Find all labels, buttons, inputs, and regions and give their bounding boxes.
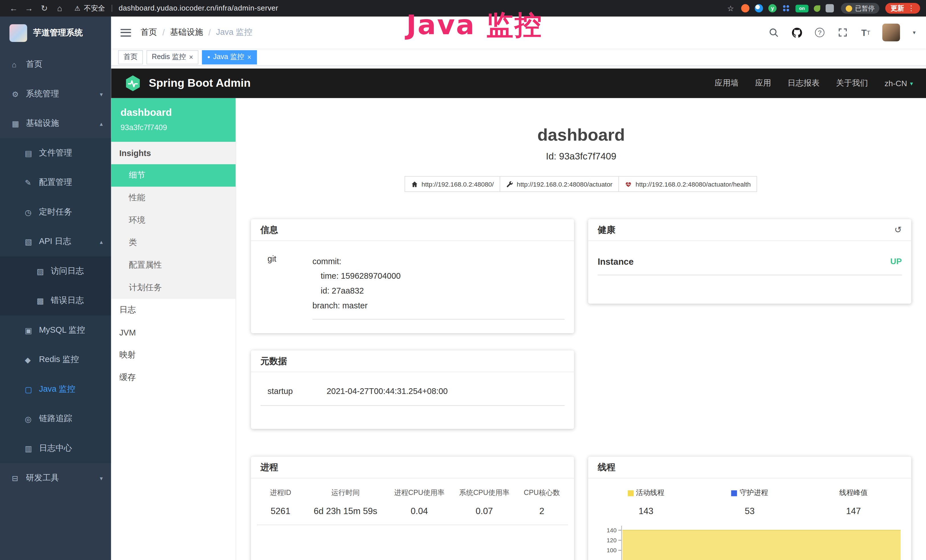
- sidebar-item-access-log[interactable]: ▨ 访问日志: [0, 256, 111, 286]
- url-text[interactable]: dashboard.yudao.iocoder.cn/infra/admin-s…: [119, 4, 278, 12]
- sba-menu-mappings[interactable]: 映射: [111, 344, 236, 366]
- sidebar-item-java-monitor[interactable]: ▢ Java 监控: [0, 375, 111, 404]
- sba-menu-metrics[interactable]: 性能: [111, 186, 236, 209]
- history-icon[interactable]: ↺: [894, 224, 902, 235]
- sba-locale-select[interactable]: zh-CN ▾: [884, 79, 913, 88]
- sba-menu-logfile[interactable]: 日志: [111, 299, 236, 321]
- sidebar-item-redis-monitor[interactable]: ◆ Redis 监控: [0, 345, 111, 375]
- back-icon[interactable]: ←: [6, 3, 21, 13]
- close-icon[interactable]: ×: [189, 53, 194, 61]
- sidebar-item-label: 研发工具: [26, 473, 59, 483]
- forward-icon[interactable]: →: [21, 3, 37, 13]
- threads-legend-active: 活动线程: [628, 488, 664, 498]
- font-size-icon[interactable]: TT: [859, 26, 872, 39]
- avatar-caret-icon[interactable]: ▼: [912, 30, 916, 35]
- sidebar-item-config-manage[interactable]: ✎ 配置管理: [0, 168, 111, 197]
- sba-nav-wallboard[interactable]: 应用墙: [715, 78, 738, 88]
- breadcrumb-current: Java 监控: [216, 27, 252, 38]
- github-icon[interactable]: [790, 26, 803, 39]
- breadcrumb-home[interactable]: 首页: [141, 27, 157, 38]
- info-line-id: id: 27aa832: [312, 283, 564, 298]
- sidebar-item-file-manage[interactable]: ▤ 文件管理: [0, 138, 111, 168]
- process-table: 进程ID 运行时间 进程CPU使用率 系统CPU使用率 CPU核心数 5261 …: [251, 478, 574, 525]
- switch-on-extension-icon[interactable]: on: [795, 5, 808, 12]
- process-header-uptime: 运行时间: [331, 488, 360, 498]
- sba-nav-applications[interactable]: 应用: [755, 78, 771, 88]
- health-instance-label: Instance: [598, 256, 634, 266]
- tab-java-monitor[interactable]: ● Java 监控 ×: [202, 50, 257, 64]
- user-avatar[interactable]: [882, 24, 900, 41]
- sidebar-item-home[interactable]: ⌂ 首页: [0, 50, 111, 79]
- sba-menu-configprops[interactable]: 配置属性: [111, 254, 236, 277]
- tags-view-bar: 首页 Redis 监控 × ● Java 监控 ×: [111, 48, 926, 66]
- sidebar-item-log-center[interactable]: ▥ 日志中心: [0, 434, 111, 463]
- search-icon[interactable]: [767, 26, 780, 39]
- health-url-link[interactable]: http://192.168.0.2:48080/actuator/health: [618, 176, 757, 192]
- sidebar-item-trace[interactable]: ◎ 链路追踪: [0, 404, 111, 434]
- tab-home[interactable]: 首页: [118, 50, 143, 64]
- tab-label: 首页: [124, 52, 138, 62]
- sidebar-item-label: 文件管理: [39, 148, 72, 158]
- actuator-url: http://192.168.0.2:48080/actuator: [517, 180, 613, 188]
- cards-grid: 信息 git commit: time: 1596289704000 id: 2…: [236, 219, 926, 560]
- chrome-menu-icon[interactable]: ⋮: [908, 4, 915, 12]
- address-bar[interactable]: ⚠ 不安全 dashboard.yudao.iocoder.cn/infra/a…: [74, 3, 278, 13]
- instance-title: dashboard: [236, 124, 926, 145]
- sidebar-item-label: MySQL 监控: [39, 325, 85, 336]
- info-key: git: [260, 254, 312, 319]
- sba-menu-details[interactable]: 细节: [111, 164, 236, 187]
- health-card-title: 健康: [598, 224, 616, 235]
- spring-boot-admin-frame: Spring Boot Admin 应用墙 应用 日志报表 关于我们 zh-CN…: [111, 66, 926, 560]
- cards-left-column: 信息 git commit: time: 1596289704000 id: 2…: [251, 219, 574, 560]
- sba-instance-block[interactable]: dashboard 93a3fc7f7409: [111, 98, 236, 142]
- sba-menu-jvm[interactable]: JVM: [111, 321, 236, 344]
- service-url-link[interactable]: http://192.168.0.2:48080/: [404, 176, 500, 192]
- sba-nav-about[interactable]: 关于我们: [836, 78, 868, 88]
- breadcrumb: 首页 / 基础设施 / Java 监控: [141, 27, 253, 38]
- sba-menu-caches[interactable]: 缓存: [111, 366, 236, 389]
- green-extension-icon[interactable]: y: [768, 4, 776, 12]
- health-row[interactable]: Instance UP: [598, 256, 902, 275]
- fox-extension-icon[interactable]: [741, 4, 749, 12]
- heart-pulse-icon: [625, 180, 632, 188]
- smiley-icon: [846, 5, 852, 12]
- sidebar-item-dev-tools[interactable]: ⊟ 研发工具 ▾: [0, 463, 111, 493]
- help-icon[interactable]: ?: [813, 26, 826, 39]
- browser-home-icon[interactable]: ⌂: [52, 3, 67, 13]
- active-tab-dot: ●: [207, 55, 210, 60]
- sba-nav-journal[interactable]: 日志报表: [788, 78, 820, 88]
- tab-redis-monitor[interactable]: Redis 监控 ×: [147, 50, 198, 64]
- close-icon[interactable]: ×: [247, 53, 251, 61]
- sidebar-item-mysql-monitor[interactable]: ▣ MySQL 监控: [0, 316, 111, 345]
- sidebar-item-system[interactable]: ⚙ 系统管理 ▾: [0, 79, 111, 109]
- sidebar-item-infra[interactable]: ▦ 基础设施 ▴: [0, 109, 111, 138]
- process-header-process-cpu: 进程CPU使用率: [394, 488, 445, 498]
- sidebar-item-scheduled-jobs[interactable]: ◷ 定时任务: [0, 197, 111, 227]
- puzzle-extensions-icon[interactable]: [826, 4, 834, 12]
- sidebar-item-error-log[interactable]: ▩ 错误日志: [0, 286, 111, 316]
- grid-extension-icon[interactable]: [782, 4, 790, 12]
- app-logo-row[interactable]: 芋道管理系统: [0, 17, 111, 50]
- drop-extension-icon[interactable]: [755, 4, 763, 12]
- cards-right-column: 健康 ↺ Instance UP 线程: [589, 219, 911, 560]
- bookmark-star-icon[interactable]: ☆: [727, 4, 734, 12]
- tools-menu-icon: ⊟: [12, 474, 26, 483]
- sba-menu-scheduledtasks[interactable]: 计划任务: [111, 277, 236, 299]
- home-icon: [411, 180, 418, 188]
- sba-menu-env[interactable]: 环境: [111, 209, 236, 232]
- leaf-extension-icon[interactable]: [814, 5, 820, 12]
- sba-locale-value: zh-CN: [884, 79, 907, 88]
- sidebar-item-api-log[interactable]: ▧ API 日志 ▴: [0, 227, 111, 256]
- reload-icon[interactable]: ↻: [36, 3, 52, 13]
- sidebar-item-label: 首页: [26, 59, 42, 70]
- fullscreen-icon[interactable]: [836, 26, 849, 39]
- paused-badge[interactable]: 已暂停: [841, 3, 879, 14]
- sba-menu-classes[interactable]: 类: [111, 232, 236, 254]
- actuator-url-link[interactable]: http://192.168.0.2:48080/actuator: [500, 176, 619, 192]
- process-value-system-cpu: 0.07: [476, 506, 493, 516]
- hamburger-icon[interactable]: [120, 29, 131, 36]
- update-button[interactable]: 更新 ⋮: [885, 3, 920, 14]
- breadcrumb-section[interactable]: 基础设施: [170, 27, 203, 38]
- mysql-menu-icon: ▣: [25, 326, 39, 334]
- gear-icon: ⚙: [12, 89, 26, 98]
